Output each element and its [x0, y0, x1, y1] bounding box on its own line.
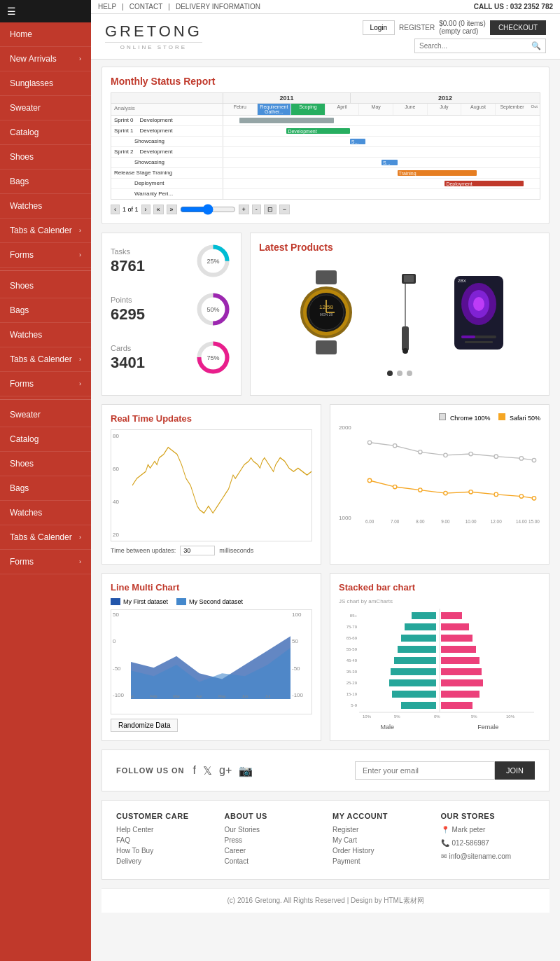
y-0: 0	[113, 638, 130, 644]
our-stories-link[interactable]: Our Stories	[225, 826, 319, 834]
chart-svg-container	[132, 430, 312, 541]
delivery-footer-link[interactable]: Delivery	[116, 857, 211, 865]
facebook-icon[interactable]: f	[193, 764, 196, 777]
sidebar-item-tabs-2[interactable]: Tabs & Calender ›	[0, 347, 91, 372]
contact-footer-link[interactable]: Contact	[225, 857, 319, 865]
faq-link[interactable]: FAQ	[116, 836, 211, 844]
googleplus-icon[interactable]: g+	[219, 764, 232, 777]
milliseconds-input[interactable]	[180, 546, 215, 555]
gantt-expand-button[interactable]: −	[279, 205, 290, 214]
sidebar-item-new-arrivals[interactable]: New Arrivals ›	[0, 47, 91, 71]
sidebar-item-shoes-2[interactable]: Shoes	[0, 274, 91, 298]
svg-text:15.00: 15.00	[528, 519, 540, 524]
sidebar-item-label: Bags	[10, 177, 29, 186]
sidebar-item-label: Forms	[10, 379, 34, 389]
sidebar-item-label: Shoes	[10, 459, 34, 469]
sidebar-item-forms-3[interactable]: Forms ›	[0, 550, 91, 574]
svg-text:Apr: Apr	[196, 694, 202, 698]
search-input[interactable]	[419, 42, 531, 50]
sidebar-item-tabs[interactable]: Tabs & Calender ›	[0, 219, 91, 243]
contact-link[interactable]: CONTACT	[130, 3, 163, 11]
search-bar: 🔍	[414, 39, 546, 53]
email-input[interactable]	[355, 761, 495, 780]
sidebar-item-forms-2[interactable]: Forms ›	[0, 372, 91, 396]
sidebar-item-watches-2[interactable]: Watches	[0, 323, 91, 347]
legend-dataset1: My First dataset	[111, 598, 168, 605]
join-button[interactable]: JOIN	[495, 761, 535, 780]
register-footer-link[interactable]: Register	[332, 826, 427, 834]
twitter-icon[interactable]: 𝕏	[203, 764, 212, 777]
svg-rect-75	[405, 623, 436, 630]
sidebar-item-home[interactable]: Home	[0, 22, 91, 47]
sidebar-item-bags[interactable]: Bags	[0, 170, 91, 194]
svg-text:45-49: 45-49	[346, 658, 358, 663]
my-cart-link[interactable]: My Cart	[332, 836, 427, 844]
sidebar-item-shoes[interactable]: Shoes	[0, 145, 91, 170]
sidebar-item-label: Bags	[10, 305, 29, 315]
svg-point-43	[469, 490, 472, 494]
realtime-title: Real Time Updates	[111, 413, 312, 424]
help-center-link[interactable]: Help Center	[116, 826, 211, 834]
order-history-link[interactable]: Order History	[332, 847, 427, 855]
sidebar-item-tabs-3[interactable]: Tabs & Calender ›	[0, 525, 91, 550]
sidebar-item-sunglasses[interactable]: Sunglasses	[0, 71, 91, 96]
stacked-bar-card: Stacked bar chart JS chart by amCharts 8…	[330, 573, 550, 741]
career-link[interactable]: Career	[225, 847, 319, 855]
sidebar-item-watches[interactable]: Watches	[0, 194, 91, 219]
carousel-dot-2[interactable]	[397, 371, 402, 376]
gantt-next-button[interactable]: ›	[141, 205, 150, 214]
delivery-link[interactable]: DELIVERY INFORMATION	[176, 3, 260, 11]
svg-text:Feb: Feb	[150, 694, 158, 698]
svg-text:MON 28: MON 28	[320, 312, 333, 317]
y-label-80: 80	[113, 433, 131, 439]
gantt-prev-button[interactable]: ‹	[111, 205, 120, 214]
svg-text:14.00: 14.00	[516, 519, 527, 524]
svg-text:ZBX: ZBX	[458, 279, 466, 283]
payment-link[interactable]: Payment	[332, 857, 427, 865]
register-button[interactable]: REGISTER	[399, 24, 435, 32]
svg-point-22	[402, 348, 408, 354]
sidebar-item-sweater[interactable]: Sweater	[0, 96, 91, 120]
sidebar-item-shoes-3[interactable]: Shoes	[0, 452, 91, 476]
sidebar-item-catalog[interactable]: Catalog	[0, 120, 91, 145]
svg-rect-86	[441, 646, 476, 653]
gantt-zoom-in-button[interactable]: +	[239, 205, 249, 214]
svg-point-32	[393, 444, 396, 448]
sidebar-item-watches-3[interactable]: Watches	[0, 501, 91, 525]
checkout-button[interactable]: CHECKOUT	[490, 20, 546, 35]
help-link[interactable]: HELP	[98, 3, 116, 11]
carousel-dot-3[interactable]	[407, 371, 412, 376]
points-donut-chart: 50%	[194, 290, 232, 329]
how-to-buy-link[interactable]: How To Buy	[116, 847, 211, 855]
gantt-first-button[interactable]: «	[153, 205, 164, 214]
press-link[interactable]: Press	[225, 836, 319, 844]
sidebar-item-forms[interactable]: Forms ›	[0, 243, 91, 268]
instagram-icon[interactable]: 📷	[239, 764, 253, 777]
gantt-last-button[interactable]: »	[167, 205, 177, 214]
legend-box-2	[176, 598, 186, 605]
sidebar-item-bags-2[interactable]: Bags	[0, 298, 91, 323]
gantt-fit-button[interactable]: ⊡	[264, 205, 276, 214]
y-neg50: -50	[113, 665, 130, 672]
svg-text:85+: 85+	[350, 614, 358, 618]
svg-text:May: May	[218, 694, 226, 698]
chevron-right-icon: ›	[79, 534, 81, 541]
sidebar-item-sweater-3[interactable]: Sweater	[0, 403, 91, 427]
gantt-zoom-slider[interactable]	[180, 204, 236, 215]
hamburger-icon[interactable]: ☰	[7, 6, 16, 17]
login-button[interactable]: Login	[363, 20, 395, 35]
product-watch: 12:58 MON 28	[286, 267, 367, 358]
sidebar-item-bags-3[interactable]: Bags	[0, 476, 91, 501]
randomize-button[interactable]: Randomize Data	[111, 719, 178, 732]
email-icon: ✉	[441, 852, 447, 860]
carousel-dot-1[interactable]	[387, 371, 393, 376]
sidebar-header: ☰	[0, 0, 91, 22]
tasks-label: Tasks	[111, 247, 145, 256]
svg-point-34	[444, 453, 447, 457]
chart-footer-unit: milliseconds	[219, 547, 253, 554]
svg-point-44	[494, 492, 498, 496]
chrome-label: Chrome	[450, 415, 472, 422]
gantt-zoom-out-button[interactable]: -	[252, 205, 261, 214]
search-icon[interactable]: 🔍	[531, 41, 541, 50]
sidebar-item-catalog-3[interactable]: Catalog	[0, 427, 91, 452]
